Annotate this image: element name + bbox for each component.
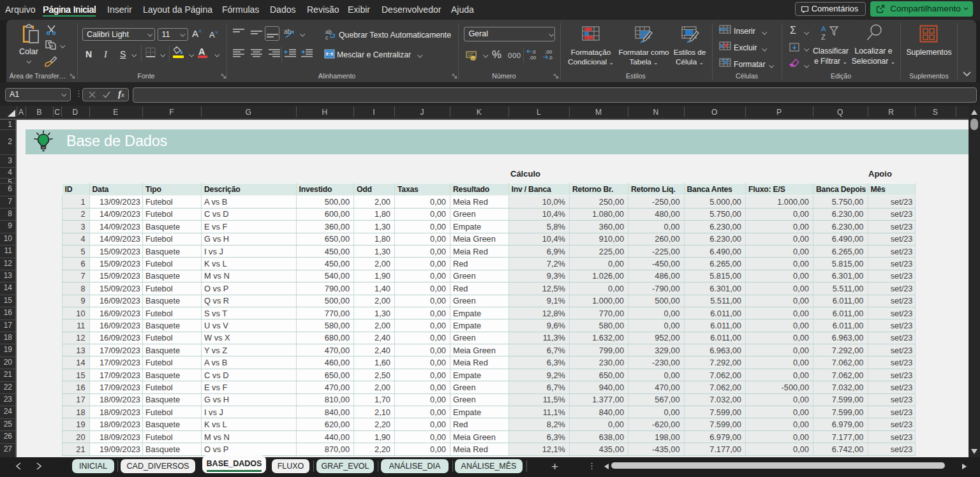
svg-text:.00: .00 [545,49,553,55]
svg-text:.0: .0 [548,55,553,61]
svg-text:A: A [821,25,826,33]
svg-text:.00: .00 [529,55,537,61]
svg-text:Z: Z [821,33,826,41]
svg-text:.0: .0 [531,49,536,55]
svg-text:c: c [325,34,329,41]
